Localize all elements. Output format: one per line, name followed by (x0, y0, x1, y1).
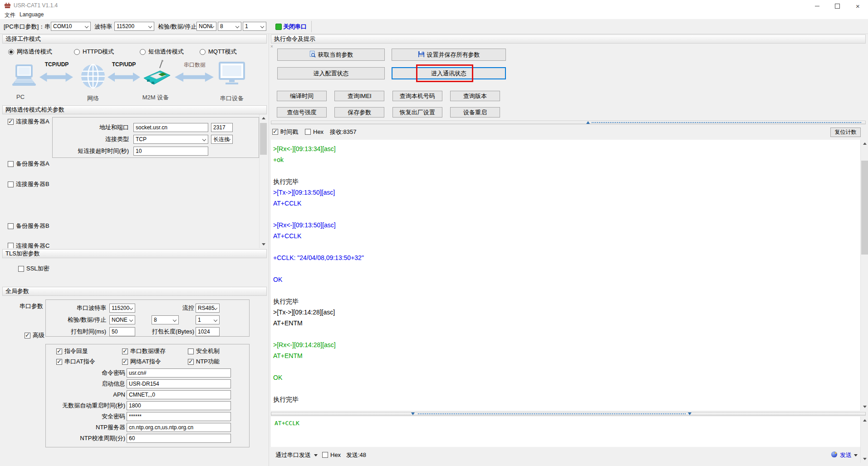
flow-select[interactable]: RS485 (196, 304, 220, 313)
chevron-down-icon (854, 454, 858, 456)
advanced-checkbox[interactable] (25, 333, 30, 338)
scroll-up-icon[interactable] (861, 417, 868, 424)
log-scrollbar[interactable] (860, 140, 868, 411)
scroll-down-icon[interactable] (861, 455, 868, 463)
backup-b-checkbox[interactable] (8, 223, 14, 229)
conn-type-select[interactable]: TCP (133, 135, 208, 144)
reset-count-button[interactable]: 复位计数 (830, 128, 861, 137)
flag-ntp-checkbox[interactable] (188, 359, 194, 365)
send-scrollbar[interactable] (860, 417, 868, 463)
backup-a-checkbox[interactable] (8, 161, 14, 167)
splitter-arrow-down-icon[interactable] (411, 412, 415, 415)
dev-databits-select[interactable]: 8 (152, 315, 179, 324)
radio-net-passthrough[interactable] (8, 49, 14, 55)
server-b-checkbox[interactable] (8, 181, 14, 187)
dev-baud-select[interactable]: 115200 (109, 304, 135, 313)
pack-len-input[interactable]: 1024 (196, 327, 220, 336)
log-output[interactable]: >[Rx<-][09:13:34][asc]+ok执行完毕>[Tx->][09:… (271, 140, 860, 411)
flag-serial-at-checkbox[interactable] (56, 359, 62, 365)
radio-mqtt-label: MQTT模式 (208, 48, 237, 55)
serial-group-label: 串口参数 (20, 303, 43, 310)
scroll-up-icon[interactable] (260, 114, 267, 122)
send-hex-label: Hex (330, 451, 341, 459)
send-input-text[interactable]: AT+CCLK (275, 420, 299, 427)
enter-config-button[interactable]: 进入配置状态 (277, 67, 385, 79)
server-scrollbar[interactable] (259, 114, 267, 248)
set-save-params-button[interactable]: 设置并保存所有参数 (392, 49, 506, 61)
minimize-button[interactable] (807, 0, 827, 12)
scroll-up-icon[interactable] (861, 140, 868, 147)
log-hex-checkbox[interactable] (305, 129, 311, 135)
log-line: OK (273, 372, 860, 383)
flag-echo-label: 指令回显 (64, 348, 88, 355)
scrollbar-thumb[interactable] (861, 161, 868, 255)
ssl-checkbox[interactable] (18, 266, 24, 272)
chevron-down-icon (214, 318, 217, 322)
baud-label: 波特率 (94, 23, 112, 31)
splitter-arrow-down-icon[interactable] (688, 412, 691, 415)
scroll-down-icon[interactable] (861, 403, 868, 411)
get-params-button[interactable]: 获取当前参数 (277, 49, 385, 61)
com-port-select[interactable]: COM10 (51, 22, 91, 31)
command-button[interactable]: 编译时间 (277, 91, 327, 101)
server-a-checkbox[interactable] (8, 119, 14, 125)
send-button[interactable]: 发送 (840, 451, 858, 459)
send-via-dropdown[interactable]: 通过串口发送 (275, 451, 318, 459)
databits-select[interactable]: 8 (218, 22, 241, 31)
advanced-fields: 命令密码 usr.cn# 启动信息 USR-DR154 APN CMNET,,,… (46, 368, 250, 443)
m2m-device-icon (141, 60, 173, 91)
send-input-area[interactable]: AT+CCLK (271, 417, 860, 447)
field-input[interactable]: USR-DR154 (127, 379, 231, 388)
radio-mqtt[interactable] (200, 49, 206, 55)
send-splitter[interactable] (271, 412, 866, 416)
usr-cat1-window: USR-CAT1 V1.1.4 × 文件 Language [PC串口参数]：串… (0, 0, 868, 466)
command-button[interactable]: 查询IMEI (334, 91, 384, 101)
log-line: >[Tx->][09:14:28][asc] (273, 307, 860, 318)
field-input[interactable]: cn.ntp.org.cn,us.ntp.org.cn (127, 423, 231, 432)
command-button[interactable]: 查询本机号码 (392, 91, 442, 101)
keep-type-select[interactable]: 长连接 (211, 135, 233, 144)
server-c-checkbox[interactable] (8, 243, 14, 248)
radio-httpd[interactable] (74, 49, 80, 55)
send-toolbar: 通过串口发送 Hex 发送:48 发送 (271, 447, 860, 463)
parity-select[interactable]: NONI (196, 22, 216, 31)
short-conn-timeout-input[interactable]: 10 (133, 147, 208, 156)
server-port-input[interactable]: 2317 (211, 123, 233, 132)
flag-cache-checkbox[interactable] (122, 348, 128, 354)
flag-net-at-checkbox[interactable] (122, 359, 128, 365)
scroll-down-icon[interactable] (260, 240, 267, 248)
log-line: 执行完毕 (273, 394, 860, 405)
command-button[interactable]: 查信号强度 (277, 107, 327, 118)
menu-file[interactable]: 文件 (2, 10, 18, 20)
command-button[interactable]: 保存参数 (334, 107, 384, 118)
splitter-collapse-icon[interactable]: × (270, 44, 273, 49)
splitter-arrow-up-icon[interactable] (586, 121, 590, 124)
send-hex-checkbox[interactable] (322, 452, 328, 458)
close-button[interactable]: × (848, 0, 868, 12)
server-addr-input[interactable]: socket.usr.cn (133, 123, 208, 132)
server-c-label: 连接服务器C (16, 242, 49, 248)
dev-stopbits-select[interactable]: 1 (196, 315, 220, 324)
baud-select[interactable]: 115200 (114, 22, 154, 31)
maximize-button[interactable] (827, 0, 848, 12)
field-input[interactable]: usr.cn# (127, 368, 231, 378)
field-input[interactable]: CMNET,,,0 (127, 390, 231, 399)
arrow-icon (175, 72, 214, 84)
radio-sms-passthrough[interactable] (140, 49, 146, 55)
flag-echo-checkbox[interactable] (56, 348, 62, 354)
scrollbar-thumb[interactable] (260, 123, 267, 155)
timestamp-checkbox[interactable] (272, 129, 278, 135)
command-button[interactable]: 设备重启 (450, 107, 500, 118)
menu-language[interactable]: Language (17, 10, 46, 19)
stopbits-select[interactable]: 1 (243, 22, 266, 31)
field-input[interactable]: 60 (127, 434, 231, 443)
command-button[interactable]: 查询版本 (450, 91, 500, 101)
flag-security-checkbox[interactable] (188, 348, 194, 354)
close-port-button[interactable]: 关闭串口 (283, 23, 307, 31)
field-input[interactable]: 1800 (127, 401, 231, 410)
parity-label: 检验/数据/停止 (158, 23, 196, 31)
log-splitter[interactable] (271, 121, 866, 124)
field-input[interactable]: ****** (127, 412, 231, 421)
command-button[interactable]: 恢复出厂设置 (392, 107, 442, 118)
dev-parity-select[interactable]: NONE (109, 315, 135, 324)
